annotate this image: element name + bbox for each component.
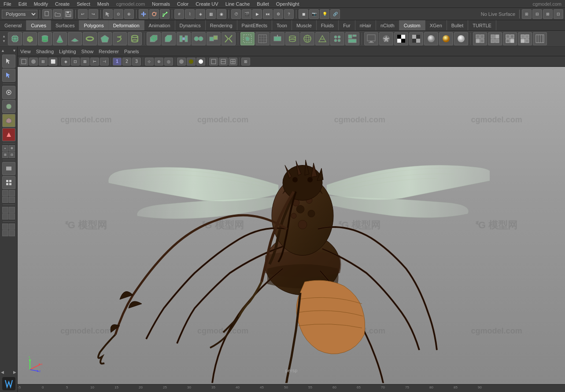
left-sphere-tool[interactable]	[2, 100, 15, 113]
tab-fluids[interactable]: Fluids	[317, 20, 339, 30]
vp-show-btn[interactable]: ⊣	[100, 58, 109, 66]
tab-xgen[interactable]: XGen	[425, 20, 447, 30]
menu-bullet[interactable]: Bullet	[255, 1, 271, 7]
toolbar-right-btn2[interactable]: ⊟	[532, 9, 542, 19]
vp-qual3-btn[interactable]: 3	[132, 58, 141, 66]
vp-custom-btn[interactable]: ⊢	[90, 58, 99, 66]
vp-backface-btn[interactable]: ⊡	[71, 58, 80, 66]
shelf-checkered2-icon[interactable]	[409, 32, 423, 45]
vp-wireframe2-btn[interactable]: ⊞	[39, 58, 48, 66]
help-button[interactable]: ?	[284, 9, 294, 19]
snap-grid-button[interactable]: #	[174, 9, 184, 19]
shelf-uv-map-icon[interactable]	[255, 32, 270, 45]
vp-display3-btn[interactable]	[196, 58, 205, 66]
toolbar-right-btn4[interactable]: ⊡	[554, 9, 563, 19]
left-sg3-btn4[interactable]	[9, 213, 15, 220]
viewport-canvas[interactable]: cgmodel.com cgmodel.com cgmodel.com cgmo…	[18, 67, 565, 384]
left-stack-btn1[interactable]	[2, 162, 15, 175]
left-layout-btn3[interactable]: ⊞	[2, 152, 8, 158]
left-sg4-btn3[interactable]	[2, 230, 8, 236]
menu-help[interactable]: cgmodel.com	[531, 1, 563, 7]
shelf-bevel-icon[interactable]	[162, 32, 176, 45]
shelf-display1-icon[interactable]	[364, 32, 378, 45]
left-layout-btn1[interactable]: +	[2, 145, 8, 151]
shelf-scroll-up[interactable]: ▲	[2, 34, 6, 39]
vp-quad-pane-btn[interactable]	[229, 58, 237, 66]
left-layout-btn4[interactable]: ⊟	[9, 152, 15, 158]
tab-deformation[interactable]: Deformation	[109, 20, 144, 30]
vp-menu-renderer[interactable]: Renderer	[99, 49, 119, 54]
toolbar-right-btn3[interactable]: ⊠	[543, 9, 553, 19]
shelf-grid4-icon[interactable]	[518, 32, 532, 45]
new-scene-button[interactable]	[42, 9, 52, 19]
menu-select[interactable]: Select	[75, 1, 92, 7]
vp-wireframe-btn[interactable]	[19, 58, 28, 66]
select-tool-button[interactable]	[103, 9, 113, 19]
shelf-ball-orange-icon[interactable]	[439, 32, 453, 45]
shelf-extrude-icon[interactable]	[147, 32, 161, 45]
left-red-tool[interactable]	[2, 128, 15, 141]
shelf-grid1-icon[interactable]	[473, 32, 487, 45]
undo-button[interactable]: ↩	[78, 9, 88, 19]
left-sg4-btn2[interactable]	[9, 223, 15, 230]
history-button[interactable]: ⏱	[231, 9, 241, 19]
shelf-cone-icon[interactable]	[53, 32, 67, 45]
vp-display1-btn[interactable]	[177, 58, 186, 66]
shelf-uv-editor-icon[interactable]	[240, 32, 255, 45]
render-button[interactable]: 🎬	[242, 9, 251, 19]
shelf-layout-icon[interactable]	[345, 32, 359, 45]
toolbar-expand-btn[interactable]: ▲	[1, 48, 5, 53]
menu-modify[interactable]: Modify	[32, 1, 50, 7]
snap-surface-button[interactable]: ▦	[206, 9, 216, 19]
shelf-last-icon[interactable]	[533, 32, 547, 45]
shelf-torus-icon[interactable]	[83, 32, 97, 45]
left-sg3-btn1[interactable]	[2, 207, 8, 213]
left-sg4-btn4[interactable]	[9, 230, 15, 236]
redo-button[interactable]: ↪	[89, 9, 98, 19]
quick-select-button[interactable]: ◼	[299, 9, 308, 19]
tab-dynamics[interactable]: Dynamics	[175, 20, 206, 30]
toolbar-collapse-btn[interactable]: ▼	[12, 48, 16, 53]
mode-dropdown[interactable]: Polygons Surfaces Animation Dynamics Ren…	[2, 10, 37, 18]
menu-linecache[interactable]: Line Cache	[224, 1, 252, 7]
shelf-relax-icon[interactable]	[330, 32, 344, 45]
menu-edit[interactable]: Edit	[17, 1, 29, 7]
tab-custom[interactable]: Custom	[399, 20, 425, 30]
menu-create[interactable]: Create	[53, 1, 71, 7]
render-settings-button[interactable]: ⚙	[273, 9, 283, 19]
left-layout-btn2[interactable]: ⊕	[9, 145, 15, 151]
camera-button[interactable]: 📷	[309, 9, 319, 19]
shelf-pipe-icon[interactable]	[128, 32, 142, 45]
vp-menu-panels[interactable]: Panels	[124, 49, 139, 54]
shelf-spherical-map-icon[interactable]	[300, 32, 314, 45]
vp-menu-view[interactable]: View	[20, 49, 31, 54]
left-paint-tool[interactable]	[2, 86, 15, 99]
tab-painteffects[interactable]: PaintEffects	[237, 20, 273, 30]
open-scene-button[interactable]	[53, 9, 63, 19]
paint-select-button[interactable]: ⊕	[124, 9, 134, 19]
shelf-helix-icon[interactable]	[113, 32, 127, 45]
shelf-unfold-icon[interactable]	[315, 32, 329, 45]
shelf-grid3-icon[interactable]	[503, 32, 517, 45]
shelf-ball-gray-icon[interactable]	[424, 32, 438, 45]
tab-rendering[interactable]: Rendering	[206, 20, 237, 30]
shelf-cylinder-icon[interactable]	[38, 32, 52, 45]
shelf-display2-icon[interactable]	[379, 32, 393, 45]
shelf-cube-icon[interactable]	[23, 32, 37, 45]
tab-animation[interactable]: Animation	[144, 20, 175, 30]
tab-turtle[interactable]: TURTLE	[468, 20, 496, 30]
vp-menu-lighting[interactable]: Lighting	[59, 49, 76, 54]
batch-render-button[interactable]: ⏭	[263, 9, 273, 19]
left-select-tool[interactable]	[2, 55, 15, 68]
left-sg2-btn1[interactable]	[2, 190, 8, 196]
vp-frame-all-btn[interactable]: ⊹	[145, 58, 154, 66]
snap-live-button[interactable]: ◉	[217, 9, 226, 19]
vp-qual2-btn[interactable]: 2	[122, 58, 131, 66]
shelf-scroll-down[interactable]: ▼	[2, 39, 6, 44]
shelf-separate-icon[interactable]	[222, 32, 236, 45]
tab-curves[interactable]: Curves	[26, 20, 51, 30]
left-scroll-down[interactable]: ▶	[13, 370, 16, 374]
left-sg4-btn1[interactable]	[2, 223, 8, 230]
left-sg3-btn2[interactable]	[9, 207, 15, 213]
vp-single-pane-btn[interactable]	[209, 58, 218, 66]
